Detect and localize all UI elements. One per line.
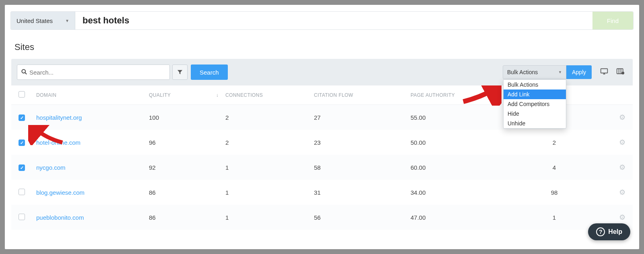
section-title: Sites: [14, 42, 630, 52]
domain-link[interactable]: nycgo.com: [36, 164, 66, 171]
cell-connections: 1: [225, 164, 314, 171]
app-root: United States ▼ Find Sites Search Bulk A…: [5, 5, 639, 249]
bulk-option[interactable]: Unhide: [504, 119, 566, 128]
filter-button[interactable]: [172, 65, 188, 80]
cell-page-authority: 60.00: [411, 164, 507, 171]
domain-link[interactable]: hotel-online.com: [36, 139, 80, 146]
caret-down-icon: ▼: [558, 70, 562, 74]
domain-link[interactable]: hospitalitynet.org: [36, 114, 82, 121]
table-row: pueblobonito.com8615647.001⚙: [11, 205, 633, 230]
cell-connections: 2: [225, 139, 314, 146]
cell-citation-flow: 27: [314, 114, 411, 121]
keyword-input[interactable]: [75, 12, 592, 29]
search-button[interactable]: Search: [191, 65, 228, 80]
cell-page-authority: 50.00: [411, 139, 507, 146]
apply-button[interactable]: Apply: [566, 65, 592, 79]
svg-rect-2: [601, 69, 608, 73]
help-icon: ?: [596, 227, 605, 236]
bulk-option[interactable]: Bulk Actions: [504, 80, 566, 90]
bulk-option[interactable]: Add Competitors: [504, 99, 566, 109]
row-checkbox[interactable]: [19, 189, 25, 195]
cell-quality: 92: [149, 164, 209, 171]
svg-point-0: [22, 69, 25, 73]
sites-search-input[interactable]: [29, 69, 165, 76]
columns-settings-button[interactable]: [613, 65, 627, 79]
cell-last: 1: [507, 214, 601, 221]
cell-page-authority: 55.00: [411, 114, 507, 121]
cell-quality: 86: [149, 214, 209, 221]
svg-point-8: [621, 72, 624, 75]
sort-indicator[interactable]: ↓: [209, 92, 225, 98]
cell-page-authority: 34.00: [411, 189, 507, 196]
display-settings-button[interactable]: [597, 65, 611, 79]
row-settings-button[interactable]: ⚙: [619, 113, 625, 121]
bulk-actions-label: Bulk Actions: [507, 69, 538, 75]
sites-search-box[interactable]: [17, 65, 170, 80]
row-checkbox[interactable]: [19, 115, 25, 121]
funnel-icon: [177, 69, 183, 75]
cell-citation-flow: 23: [314, 139, 411, 146]
country-label: United States: [17, 17, 53, 24]
bulk-option[interactable]: Hide: [504, 109, 566, 119]
row-settings-button[interactable]: ⚙: [619, 138, 625, 146]
row-settings-button[interactable]: ⚙: [619, 188, 625, 196]
domain-link[interactable]: pueblobonito.com: [36, 214, 84, 221]
find-button[interactable]: Find: [592, 12, 633, 29]
cell-quality: 100: [149, 114, 209, 121]
monitor-icon: [600, 68, 608, 77]
bulk-actions-menu: Bulk ActionsAdd LinkAdd CompetitorsHideU…: [503, 79, 566, 129]
domain-link[interactable]: blog.gewiese.com: [36, 189, 85, 196]
cell-citation-flow: 58: [314, 164, 411, 171]
svg-line-1: [25, 73, 27, 74]
row-settings-button[interactable]: ⚙: [619, 163, 625, 171]
row-settings-button[interactable]: ⚙: [619, 213, 625, 221]
row-checkbox[interactable]: [19, 214, 25, 220]
table-row: blog.gewiese.com8613134.0098⚙: [11, 180, 633, 205]
cell-last: 2: [507, 139, 601, 146]
caret-down-icon: ▼: [65, 19, 69, 23]
help-button[interactable]: ? Help: [588, 223, 630, 240]
row-checkbox[interactable]: [19, 164, 25, 171]
table-row: hotel-online.com9622350.002⚙: [11, 130, 633, 155]
cell-quality: 96: [149, 139, 209, 146]
cell-page-authority: 47.00: [411, 214, 507, 221]
select-all-checkbox[interactable]: [19, 91, 25, 98]
table-row: nycgo.com9215860.004⚙: [11, 155, 633, 180]
cell-connections: 1: [225, 189, 314, 196]
top-search-bar: United States ▼ Find: [10, 11, 634, 30]
search-icon: [21, 69, 27, 76]
cell-last: 4: [507, 164, 601, 171]
help-label: Help: [608, 228, 622, 235]
cell-connections: 1: [225, 214, 314, 221]
header-page-authority[interactable]: PAGE AUTHORITY: [411, 92, 507, 98]
sites-toolbar: Search Bulk Actions ▼ Bulk ActionsAdd Li…: [11, 59, 633, 85]
header-domain[interactable]: DOMAIN: [36, 92, 149, 98]
cell-last: 98: [507, 189, 601, 196]
country-dropdown[interactable]: United States ▼: [11, 12, 75, 29]
header-connections[interactable]: CONNECTIONS: [225, 92, 314, 98]
cell-citation-flow: 31: [314, 189, 411, 196]
header-citation-flow[interactable]: CITATION FLOW: [314, 92, 411, 98]
row-checkbox[interactable]: [19, 139, 25, 146]
columns-gear-icon: [616, 68, 624, 77]
cell-connections: 2: [225, 114, 314, 121]
cell-quality: 86: [149, 189, 209, 196]
header-quality[interactable]: QUALITY: [149, 92, 209, 98]
bulk-option[interactable]: Add Link: [504, 90, 566, 99]
cell-citation-flow: 56: [314, 214, 411, 221]
bulk-actions-dropdown[interactable]: Bulk Actions ▼ Bulk ActionsAdd LinkAdd C…: [503, 65, 566, 79]
